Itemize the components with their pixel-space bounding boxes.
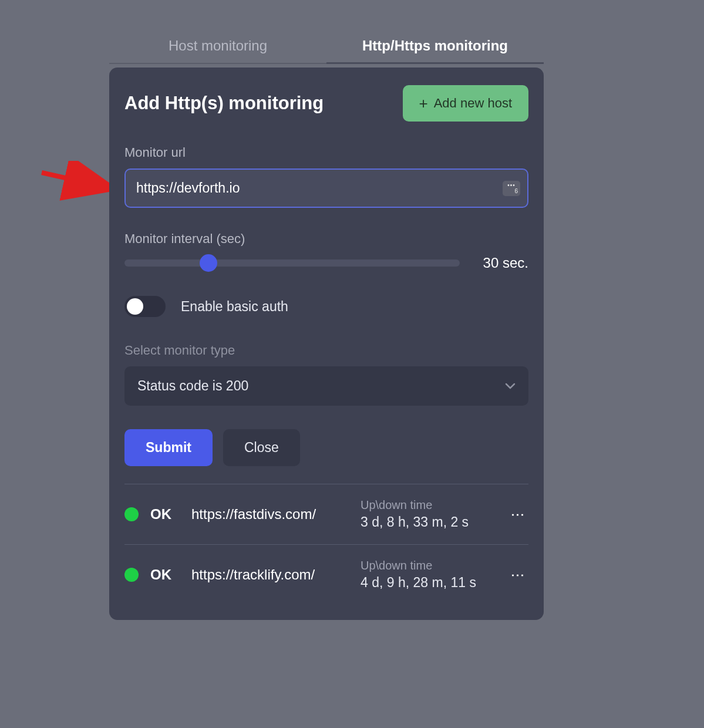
status-dot — [124, 507, 139, 521]
uptime: Up\down time4 d, 9 h, 28 m, 11 s — [361, 559, 496, 591]
basic-auth-row: Enable basic auth — [124, 296, 528, 317]
uptime-value: 3 d, 8 h, 33 m, 2 s — [361, 514, 496, 530]
tab-host-monitoring[interactable]: Host monitoring — [109, 29, 326, 64]
monitoring-panel: Add Http(s) monitoring + Add new host Mo… — [109, 68, 544, 620]
monitor-url-label: Monitor url — [124, 145, 528, 160]
monitor-row: OKhttps://tracklify.com/Up\down time4 d,… — [124, 545, 528, 605]
svg-line-1 — [42, 173, 115, 189]
tabs: Host monitoring Http/Https monitoring — [109, 29, 544, 64]
uptime-label: Up\down time — [361, 559, 496, 572]
form-buttons: Submit Close — [124, 429, 528, 466]
interval-value: 30 sec. — [483, 255, 528, 271]
plus-icon: + — [419, 96, 428, 111]
monitor-interval-label: Monitor interval (sec) — [124, 231, 528, 247]
chevron-down-icon — [505, 383, 516, 390]
more-menu-icon[interactable]: ⋮ — [507, 505, 528, 523]
status-dot — [124, 568, 139, 582]
monitor-type-label: Select monitor type — [124, 343, 528, 358]
monitors-list: OKhttps://fastdivs.com/Up\down time3 d, … — [124, 484, 528, 605]
monitor-url-wrapper: ••• 6 — [124, 168, 528, 208]
add-host-label: Add new host — [434, 96, 512, 111]
monitor-type-select[interactable]: Status code is 200 — [124, 366, 528, 406]
monitor-url: https://tracklify.com/ — [191, 567, 349, 583]
toggle-knob — [127, 298, 143, 315]
slider-thumb[interactable] — [200, 254, 217, 272]
monitor-type-value: Status code is 200 — [137, 378, 248, 394]
add-new-host-button[interactable]: + Add new host — [403, 85, 529, 122]
monitor-row: OKhttps://fastdivs.com/Up\down time3 d, … — [124, 484, 528, 545]
uptime-value: 4 d, 9 h, 28 m, 11 s — [361, 575, 496, 591]
panel-title: Add Http(s) monitoring — [124, 93, 324, 114]
interval-slider[interactable] — [124, 259, 460, 267]
monitor-url-input[interactable] — [124, 168, 528, 208]
status-text: OK — [150, 506, 180, 523]
uptime-label: Up\down time — [361, 498, 496, 512]
password-manager-icon[interactable]: ••• 6 — [503, 181, 520, 196]
close-button[interactable]: Close — [223, 429, 300, 466]
more-menu-icon[interactable]: ⋮ — [507, 566, 528, 584]
monitor-url: https://fastdivs.com/ — [191, 506, 349, 523]
tab-http-monitoring[interactable]: Http/Https monitoring — [326, 29, 544, 64]
basic-auth-label: Enable basic auth — [181, 299, 288, 315]
panel-header: Add Http(s) monitoring + Add new host — [124, 85, 528, 122]
submit-button[interactable]: Submit — [124, 429, 213, 466]
interval-slider-row: 30 sec. — [124, 255, 528, 271]
main-container: Host monitoring Http/Https monitoring Ad… — [109, 29, 544, 620]
basic-auth-toggle[interactable] — [124, 296, 166, 317]
status-text: OK — [150, 567, 180, 583]
uptime: Up\down time3 d, 8 h, 33 m, 2 s — [361, 498, 496, 530]
